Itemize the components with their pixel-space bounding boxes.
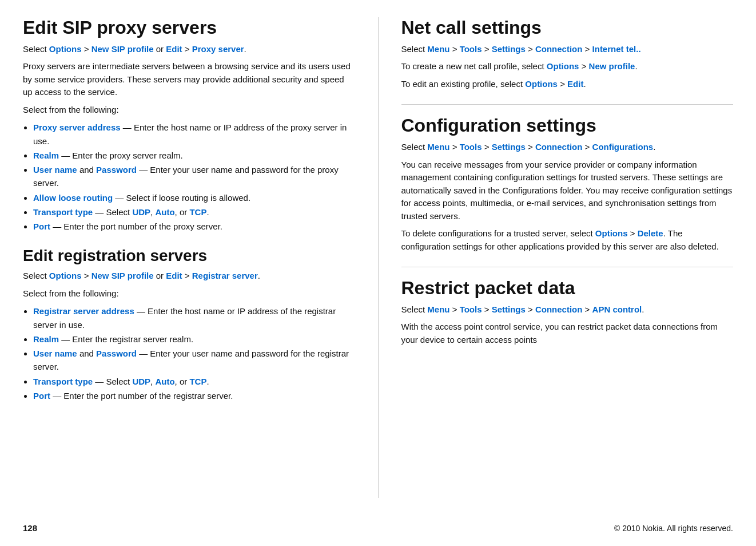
intro-mid3: > [182, 44, 192, 54]
edit-sip-proxy-heading: Edit SIP proxy servers [23, 17, 355, 38]
username-term-1: User name [33, 165, 77, 175]
rpd-pre: Select [401, 304, 428, 314]
reg-mid3: > [182, 271, 192, 280]
right-divider-1 [401, 104, 734, 105]
nc-p2-options: Options [547, 61, 579, 71]
footer-copyright: © 2010 Nokia. All rights reserved. [614, 524, 733, 533]
configuration-para1: You can receive messages from your servi… [401, 159, 734, 223]
restrict-packet-section: Restrict packet data Select Menu > Tools… [401, 278, 734, 346]
cfg-pre: Select [401, 142, 428, 152]
cfg-mid1: > [450, 142, 460, 152]
nc-tools: Tools [460, 44, 482, 54]
nc-mid1: > [450, 44, 460, 54]
realm-rest-2: — Enter the registrar server realm. [59, 334, 193, 344]
select-from-2: Select from the following: [23, 287, 355, 300]
right-column: Net call settings Select Menu > Tools > … [379, 17, 734, 498]
cfg-tools: Tools [460, 142, 482, 152]
realm-term-1: Realm [33, 151, 59, 160]
proxy-bullets: Proxy server address — Enter the host na… [33, 121, 355, 233]
intro-end: . [244, 44, 246, 54]
reg-mid1: > [82, 271, 91, 280]
nc-mid4: > [582, 44, 592, 54]
nc-internet: Internet tel.. [592, 44, 641, 54]
restrict-packet-heading: Restrict packet data [401, 278, 734, 299]
udp-val-1: UDP [132, 207, 150, 217]
rpd-mid1: > [450, 304, 460, 314]
cfg-p2-pre: To delete configurations for a trusted s… [401, 228, 595, 238]
cfg-configurations: Configurations [592, 142, 654, 152]
allow-loose-routing-rest: — Select if loose routing is allowed. [113, 193, 250, 203]
registrar-address-term: Registrar server address [33, 306, 134, 316]
rpd-mid4: > [582, 304, 592, 314]
bullet-realm-2: Realm — Enter the registrar server realm… [33, 333, 355, 346]
comma2-2: , or [175, 377, 190, 386]
bullet-registrar-address: Registrar server address — Enter the hos… [33, 304, 355, 331]
allow-loose-routing-term: Allow loose routing [33, 193, 113, 203]
restrict-packet-para1: With the access point control service, y… [401, 321, 734, 346]
select-from-1: Select from the following: [23, 104, 355, 117]
rpd-mid2: > [482, 304, 492, 314]
rpd-settings: Settings [492, 304, 526, 314]
edit-sip-proxy-section: Edit SIP proxy servers Select Options > … [23, 17, 355, 233]
reg-mid2: or [154, 271, 166, 280]
edit-registration-section: Edit registration servers Select Options… [23, 247, 355, 402]
nc-p3-end: . [583, 79, 586, 89]
nc-p2-mid: > [579, 61, 588, 71]
edit-link-1: Edit [166, 44, 182, 54]
cfg-p2-options: Options [595, 228, 628, 238]
registrar-server-link: Registrar server [192, 271, 258, 280]
cfg-mid3: > [526, 142, 535, 152]
transport-end-1: . [206, 207, 209, 217]
bullet-username-password-2: User name and Password — Enter your user… [33, 347, 355, 374]
bullet-port-1: Port — Enter the port number of the prox… [33, 220, 355, 233]
nc-p2-new: New profile [589, 61, 635, 71]
restrict-packet-intro: Select Menu > Tools > Settings > Connect… [401, 303, 734, 316]
nc-p3-edit: Edit [567, 79, 583, 89]
realm-rest-1: — Enter the proxy server realm. [59, 151, 183, 160]
bullet-realm-1: Realm — Enter the proxy server realm. [33, 149, 355, 162]
edit-registration-heading: Edit registration servers [23, 247, 355, 265]
nc-edit-para: To edit an existing profile, select Opti… [401, 78, 734, 91]
reg-edit-link: Edit [166, 271, 182, 280]
options-link-1: Options [49, 44, 82, 54]
rpd-tools: Tools [460, 304, 482, 314]
rpd-mid3: > [526, 304, 535, 314]
transport-type-rest-pre-2: — Select [93, 377, 132, 386]
net-call-heading: Net call settings [401, 17, 734, 38]
edit-registration-intro: Select Options > New SIP profile or Edit… [23, 270, 355, 283]
nc-p2-end: . [635, 61, 637, 71]
cfg-settings: Settings [492, 142, 526, 152]
nc-mid2: > [482, 44, 492, 54]
username-mid-1: and [77, 165, 96, 175]
udp-val-2: UDP [132, 377, 150, 386]
cfg-mid4: > [582, 142, 592, 152]
bullet-username-password-1: User name and Password — Enter your user… [33, 163, 355, 190]
comma2-1: , or [175, 207, 190, 217]
tcp-val-2: TCP [189, 377, 206, 386]
nc-connection: Connection [535, 44, 583, 54]
configuration-section: Configuration settings Select Menu > Too… [401, 115, 734, 253]
cfg-mid2: > [482, 142, 492, 152]
intro-pre-text: Select [23, 44, 49, 54]
transport-type-rest-pre-1: — Select [93, 207, 132, 217]
net-call-section: Net call settings Select Menu > Tools > … [401, 17, 734, 90]
edit-sip-proxy-intro: Select Options > New SIP profile or Edit… [23, 43, 355, 56]
tcp-val-1: TCP [189, 207, 206, 217]
rpd-menu: Menu [427, 304, 449, 314]
auto-val-1: Auto [155, 207, 174, 217]
cfg-p2-mid: > [628, 228, 638, 238]
transport-end-2: . [206, 377, 209, 386]
right-divider-2 [401, 267, 734, 267]
nc-p3-pre: To edit an existing profile, select [401, 79, 526, 89]
auto-val-2: Auto [155, 377, 174, 386]
transport-type-term-1: Transport type [33, 207, 93, 217]
footer-page-number: 128 [23, 523, 37, 533]
port-rest-2: — Enter the port number of the registrar… [50, 391, 233, 401]
bullet-transport-type-2: Transport type — Select UDP, Auto, or TC… [33, 375, 355, 388]
configuration-delete-para: To delete configurations for a trusted s… [401, 227, 734, 253]
bullet-proxy-address: Proxy server address — Enter the host na… [33, 121, 355, 148]
password-term-2: Password [96, 349, 137, 358]
username-mid-2: and [77, 349, 96, 358]
nc-p3-options: Options [525, 79, 558, 89]
configuration-intro: Select Menu > Tools > Settings > Connect… [401, 141, 734, 154]
